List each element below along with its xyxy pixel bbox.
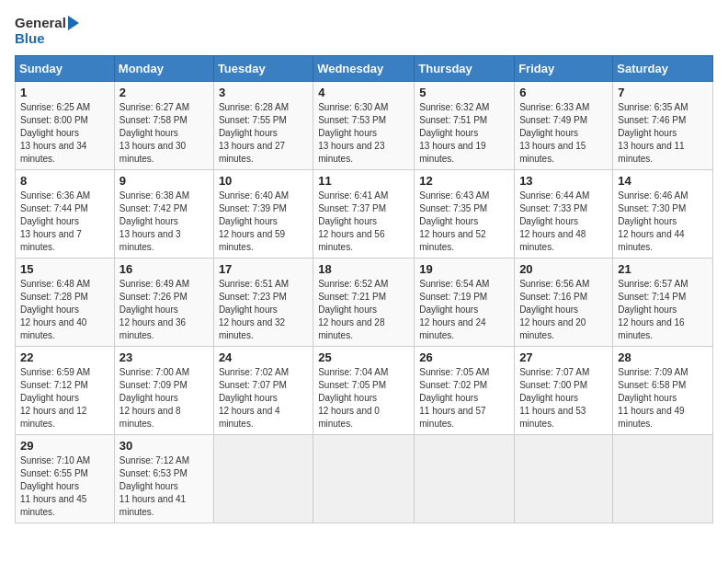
day-number: 29 <box>20 439 109 453</box>
header-day: Friday <box>515 56 613 82</box>
header: General Blue <box>15 15 713 46</box>
day-number: 16 <box>119 262 209 276</box>
day-number: 25 <box>318 350 409 364</box>
day-number: 12 <box>419 174 509 188</box>
day-info: Sunrise: 7:09 AMSunset: 6:58 PMDaylight … <box>618 367 688 429</box>
day-info: Sunrise: 6:59 AMSunset: 7:12 PMDaylight … <box>20 367 90 429</box>
day-number: 30 <box>119 439 209 453</box>
day-info: Sunrise: 7:02 AMSunset: 7:07 PMDaylight … <box>219 367 289 429</box>
calendar-cell: 9 Sunrise: 6:38 AMSunset: 7:42 PMDayligh… <box>114 170 213 259</box>
day-number: 17 <box>219 262 308 276</box>
day-info: Sunrise: 6:52 AMSunset: 7:21 PMDaylight … <box>318 279 388 340</box>
calendar-cell: 29 Sunrise: 7:10 AMSunset: 6:55 PMDaylig… <box>16 435 115 523</box>
logo-blue: Blue <box>15 30 45 46</box>
day-info: Sunrise: 6:33 AMSunset: 7:49 PMDaylight … <box>519 102 589 164</box>
header-row: SundayMondayTuesdayWednesdayThursdayFrid… <box>16 56 713 82</box>
calendar-cell <box>515 435 613 523</box>
calendar-cell: 25 Sunrise: 7:04 AMSunset: 7:05 PMDaylig… <box>313 347 415 435</box>
day-info: Sunrise: 6:41 AMSunset: 7:37 PMDaylight … <box>318 190 388 252</box>
logo: General Blue <box>15 15 79 46</box>
day-info: Sunrise: 7:10 AMSunset: 6:55 PMDaylight … <box>20 455 90 517</box>
calendar-cell: 4 Sunrise: 6:30 AMSunset: 7:53 PMDayligh… <box>313 82 415 170</box>
day-info: Sunrise: 6:25 AMSunset: 8:00 PMDaylight … <box>20 102 90 164</box>
day-info: Sunrise: 6:56 AMSunset: 7:16 PMDaylight … <box>519 279 589 340</box>
calendar-cell: 2 Sunrise: 6:27 AMSunset: 7:58 PMDayligh… <box>114 82 213 170</box>
day-number: 6 <box>519 86 608 99</box>
logo-general: General <box>15 15 79 30</box>
day-number: 13 <box>519 174 608 188</box>
calendar-cell: 30 Sunrise: 7:12 AMSunset: 6:53 PMDaylig… <box>114 435 213 523</box>
calendar-cell: 27 Sunrise: 7:07 AMSunset: 7:00 PMDaylig… <box>515 347 613 435</box>
logo-arrow-icon <box>68 16 79 30</box>
day-number: 1 <box>20 86 109 99</box>
header-day: Saturday <box>613 56 713 82</box>
day-number: 24 <box>219 350 308 364</box>
calendar-cell <box>313 435 415 523</box>
day-info: Sunrise: 6:46 AMSunset: 7:30 PMDaylight … <box>618 190 688 252</box>
day-number: 7 <box>618 86 708 99</box>
calendar-cell: 15 Sunrise: 6:48 AMSunset: 7:28 PMDaylig… <box>16 259 115 347</box>
day-info: Sunrise: 7:00 AMSunset: 7:09 PMDaylight … <box>119 367 189 429</box>
calendar-cell: 1 Sunrise: 6:25 AMSunset: 8:00 PMDayligh… <box>16 82 115 170</box>
day-number: 11 <box>318 174 409 188</box>
calendar-cell: 16 Sunrise: 6:49 AMSunset: 7:26 PMDaylig… <box>114 259 213 347</box>
calendar-cell: 17 Sunrise: 6:51 AMSunset: 7:23 PMDaylig… <box>213 259 313 347</box>
day-info: Sunrise: 6:30 AMSunset: 7:53 PMDaylight … <box>318 102 388 164</box>
day-info: Sunrise: 6:51 AMSunset: 7:23 PMDaylight … <box>219 279 289 340</box>
day-number: 19 <box>419 262 509 276</box>
calendar-cell: 23 Sunrise: 7:00 AMSunset: 7:09 PMDaylig… <box>114 347 213 435</box>
day-info: Sunrise: 6:43 AMSunset: 7:35 PMDaylight … <box>419 190 489 252</box>
day-info: Sunrise: 6:38 AMSunset: 7:42 PMDaylight … <box>119 190 189 252</box>
calendar-cell: 19 Sunrise: 6:54 AMSunset: 7:19 PMDaylig… <box>415 259 515 347</box>
day-info: Sunrise: 7:05 AMSunset: 7:02 PMDaylight … <box>419 367 489 429</box>
day-number: 21 <box>618 262 708 276</box>
header-day: Sunday <box>16 56 115 82</box>
day-info: Sunrise: 6:49 AMSunset: 7:26 PMDaylight … <box>119 279 189 340</box>
day-info: Sunrise: 7:07 AMSunset: 7:00 PMDaylight … <box>519 367 589 429</box>
day-number: 23 <box>119 350 209 364</box>
day-info: Sunrise: 6:28 AMSunset: 7:55 PMDaylight … <box>219 102 289 164</box>
calendar-cell: 5 Sunrise: 6:32 AMSunset: 7:51 PMDayligh… <box>415 82 515 170</box>
day-info: Sunrise: 6:57 AMSunset: 7:14 PMDaylight … <box>618 279 688 340</box>
calendar-cell: 24 Sunrise: 7:02 AMSunset: 7:07 PMDaylig… <box>213 347 313 435</box>
day-info: Sunrise: 6:32 AMSunset: 7:51 PMDaylight … <box>419 102 489 164</box>
day-number: 9 <box>119 174 209 188</box>
calendar-cell: 3 Sunrise: 6:28 AMSunset: 7:55 PMDayligh… <box>213 82 313 170</box>
calendar-week-row: 15 Sunrise: 6:48 AMSunset: 7:28 PMDaylig… <box>16 259 713 347</box>
calendar-cell: 28 Sunrise: 7:09 AMSunset: 6:58 PMDaylig… <box>613 347 713 435</box>
calendar-cell: 18 Sunrise: 6:52 AMSunset: 7:21 PMDaylig… <box>313 259 415 347</box>
calendar-week-row: 29 Sunrise: 7:10 AMSunset: 6:55 PMDaylig… <box>16 435 713 523</box>
header-day: Tuesday <box>213 56 313 82</box>
day-info: Sunrise: 6:27 AMSunset: 7:58 PMDaylight … <box>119 102 189 164</box>
calendar-week-row: 8 Sunrise: 6:36 AMSunset: 7:44 PMDayligh… <box>16 170 713 259</box>
day-info: Sunrise: 7:12 AMSunset: 6:53 PMDaylight … <box>119 455 189 517</box>
day-info: Sunrise: 6:35 AMSunset: 7:46 PMDaylight … <box>618 102 688 164</box>
calendar-cell: 22 Sunrise: 6:59 AMSunset: 7:12 PMDaylig… <box>16 347 115 435</box>
calendar-cell: 13 Sunrise: 6:44 AMSunset: 7:33 PMDaylig… <box>515 170 613 259</box>
calendar-cell: 10 Sunrise: 6:40 AMSunset: 7:39 PMDaylig… <box>213 170 313 259</box>
header-day: Wednesday <box>313 56 415 82</box>
calendar-cell: 21 Sunrise: 6:57 AMSunset: 7:14 PMDaylig… <box>613 259 713 347</box>
day-number: 5 <box>419 86 509 99</box>
day-number: 15 <box>20 262 109 276</box>
calendar-cell: 26 Sunrise: 7:05 AMSunset: 7:02 PMDaylig… <box>415 347 515 435</box>
calendar-cell: 7 Sunrise: 6:35 AMSunset: 7:46 PMDayligh… <box>613 82 713 170</box>
calendar-cell: 12 Sunrise: 6:43 AMSunset: 7:35 PMDaylig… <box>415 170 515 259</box>
day-info: Sunrise: 6:40 AMSunset: 7:39 PMDaylight … <box>219 190 289 252</box>
day-number: 26 <box>419 350 509 364</box>
day-number: 8 <box>20 174 109 188</box>
header-day: Monday <box>114 56 213 82</box>
calendar-table: SundayMondayTuesdayWednesdayThursdayFrid… <box>15 55 713 523</box>
day-number: 18 <box>318 262 409 276</box>
day-number: 14 <box>618 174 708 188</box>
day-info: Sunrise: 6:44 AMSunset: 7:33 PMDaylight … <box>519 190 589 252</box>
header-day: Thursday <box>415 56 515 82</box>
day-number: 22 <box>20 350 109 364</box>
day-number: 2 <box>119 86 209 99</box>
day-number: 20 <box>519 262 608 276</box>
day-info: Sunrise: 6:48 AMSunset: 7:28 PMDaylight … <box>20 279 90 340</box>
day-number: 28 <box>618 350 708 364</box>
calendar-cell <box>613 435 713 523</box>
calendar-cell <box>415 435 515 523</box>
calendar-cell: 8 Sunrise: 6:36 AMSunset: 7:44 PMDayligh… <box>16 170 115 259</box>
